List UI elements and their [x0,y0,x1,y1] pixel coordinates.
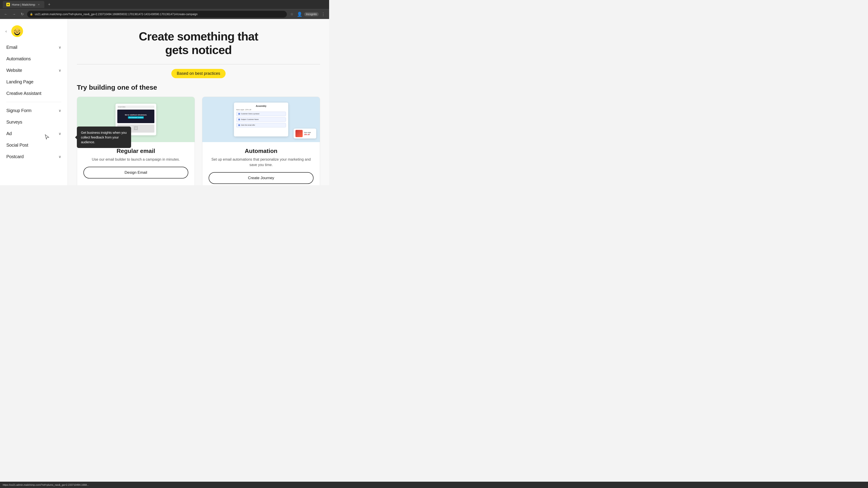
auto-step-3: Gets first email offer [236,123,286,127]
sidebar-item-email[interactable]: Email ∨ [0,41,68,53]
editor-body: We've redefined refreshment. Get Dramati… [117,109,154,123]
try-heading: Try building one of these [77,84,320,91]
sidebar-item-social-post[interactable]: Social Post [0,139,68,151]
navigation-bar: ← → ↻ 🔒 us21.admin.mailchimp.com/?ref=pl… [0,9,329,19]
svg-point-7 [20,31,22,33]
editor-header: Email Editor [117,105,154,108]
automation-title: Assembly [236,105,286,107]
address-bar[interactable]: 🔒 us21.admin.mailchimp.com/?ref=plums_na… [27,11,287,18]
email-card-title: Regular email [84,148,188,155]
tab-title: Home | Mailchimp [12,3,35,6]
sidebar-item-surveys[interactable]: Surveys Get business insights when you c… [0,116,68,128]
badge-container: Based on best practices [77,69,320,84]
sidebar: ‹ Email ∨ Automations [0,19,68,185]
automation-card-image: Assembly New style: 15% off Customer Own… [202,97,320,142]
lock-icon: 🔒 [30,13,33,15]
sidebar-item-landing-page[interactable]: Landing Page [0,76,68,88]
automation-result-card: New style15% off [293,129,316,138]
sidebar-item-postcard[interactable]: Postcard ∨ [0,151,68,162]
best-practices-badge: Based on best practices [171,69,225,78]
browser-chrome: M Home | Mailchimp × + [0,0,329,9]
automation-card-description: Set up email automations that personaliz… [209,157,313,168]
sidebar-collapse-button[interactable]: ‹ [5,29,7,34]
sidebar-item-automations[interactable]: Automations [0,53,68,65]
sidebar-item-ad[interactable]: Ad ∨ [0,128,68,139]
sidebar-item-signup-form[interactable]: Signup Form ∨ [0,105,68,116]
automation-mockup: Assembly New style: 15% off Customer Own… [234,103,288,136]
page-title: Create something that gets noticed [77,30,320,57]
email-card-description: Use our email builder to launch a campai… [84,157,188,162]
tab-close-button[interactable]: × [37,3,41,6]
surveys-tooltip: Get business insights when you collect f… [77,127,131,148]
postcard-chevron-icon: ∨ [59,155,61,159]
automation-card: Assembly New style: 15% off Customer Own… [202,97,320,185]
website-chevron-icon: ∨ [59,68,61,72]
nav-actions: ☆ 👤 Incognito ⋮ [289,11,327,18]
new-tab-button[interactable]: + [46,1,53,8]
sidebar-navigation: Email ∨ Automations Website ∨ Landing Pa… [0,41,68,162]
create-journey-button[interactable]: Create Journey [209,172,313,184]
menu-icon[interactable]: ⋮ [320,11,327,18]
automation-product-thumbnail [296,130,303,137]
bookmark-icon[interactable]: ☆ [289,11,295,18]
auto-step-2: Subject: Customer Name [236,117,286,122]
refresh-button[interactable]: ↻ [19,11,25,18]
svg-point-6 [12,31,15,33]
page-header: Create something that gets noticed [77,30,320,57]
signup-chevron-icon: ∨ [59,108,61,113]
automation-result-text: New style15% off [304,131,311,135]
ad-chevron-icon: ∨ [59,131,61,136]
auto-step-1: Customer Owns a product [236,111,286,116]
design-email-button[interactable]: Design Email [84,167,188,178]
email-chevron-icon: ∨ [59,45,61,50]
forward-button[interactable]: → [11,11,17,18]
tab-favicon: M [6,3,10,6]
svg-point-5 [16,28,19,31]
automation-card-body: Automation Set up email automations that… [202,142,320,185]
sidebar-logo-area: ‹ [0,24,68,41]
incognito-badge: Incognito [304,12,319,16]
back-button[interactable]: ← [3,11,9,18]
main-layout: ‹ Email ∨ Automations [0,19,329,185]
tooltip-arrow [75,135,77,139]
mailchimp-logo [11,25,23,37]
automation-card-title: Automation [209,148,313,155]
main-content: Create something that gets noticed Based… [68,19,329,185]
profile-icon[interactable]: 👤 [296,11,303,18]
sidebar-item-website[interactable]: Website ∨ [0,65,68,76]
url-text: us21.admin.mailchimp.com/?ref=plums_nav&… [35,13,197,16]
sidebar-item-creative-assistant[interactable]: Creative Assistant [0,88,68,99]
browser-tab[interactable]: M Home | Mailchimp × [3,1,44,8]
email-card-body: Regular email Use our email builder to l… [77,142,195,184]
